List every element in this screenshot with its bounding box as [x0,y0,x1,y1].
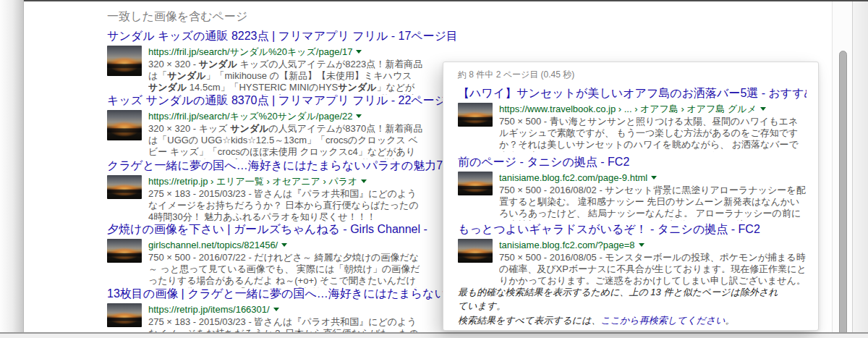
result-text-block: tanisiame.blog.fc2.com/page-9.html 750 ×… [499,172,807,221]
dropdown-arrow-icon[interactable] [356,50,362,54]
result-text-block: tanisiame.blog.fc2.com/?page=8 750 × 500… [499,239,807,288]
search-result: サンダル キッズの通販 8223点 | フリマアプリ フリル - 17ページ目 … [107,29,423,95]
sunset-silhouette-decoration [107,303,142,327]
sunset-silhouette-decoration [107,175,142,199]
sunset-silhouette-decoration [107,46,142,76]
repeat-search-line: 検索結果をすべて表示するには、ここから再検索してください。 [458,313,786,327]
result-url-line: https://retrip.jp/items/166301/ [148,303,423,316]
result-thumbnail-image[interactable] [107,239,142,263]
search-result: もっとつよいギャラドスがいるぞ！ - タニシの拠点 - FC2 tanisiam… [458,222,807,288]
result-url-line: https://fril.jp/search/サンダル%20キッズ/page/1… [148,46,423,58]
result-url: https://retrip.jp › エリア一覧 › オセアニア › パラオ [148,176,357,187]
result-url: https://retrip.jp/items/166301/ [148,304,270,315]
results-omitted-notice: 最も的確な検索結果を表示するために、上の 13 件と似たページは除外されています… [458,285,786,328]
repeat-search-prefix: 検索結果をすべて表示するには、 [458,315,600,326]
result-thumbnail-image[interactable] [107,46,142,76]
search-result: 【ハワイ】サンセットが美しいオアフ島のお洒落バー5選 - おすすめ旅行... h… [458,86,807,152]
dropdown-arrow-icon[interactable] [760,107,766,111]
result-url: girlschannel.net/topics/821456/ [148,240,278,250]
result-text-block: https://fril.jp/search/サンダル%20キッズ/page/1… [148,46,423,95]
window-edge-right [852,1,868,333]
result-snippet: 750 × 500 - 2016/08/05 - モンスターボールの投球、ポケモ… [499,252,807,288]
result-thumbnail-image[interactable] [107,110,142,140]
dropdown-arrow-icon[interactable] [361,179,367,183]
sunset-silhouette-decoration [107,110,142,140]
result-title-link[interactable]: もっとつよいギャラドスがいるぞ！ - タニシの拠点 - FC2 [458,222,807,237]
result-url-line: https://fril.jp/search/キッズ%20サンダル/page/2… [148,110,423,122]
sunset-silhouette-decoration [458,103,493,127]
result-body: https://fril.jp/search/キッズ%20サンダル/page/2… [107,110,423,159]
result-url-line: https://www.travelbook.co.jp › ... › オアフ… [499,103,807,115]
result-snippet: 750 × 500 - 2016/08/02 - サンセット背景に黒塗りアローラ… [499,185,807,221]
below-window-area [0,334,868,338]
result-url: https://fril.jp/search/キッズ%20サンダル/page/2… [148,111,352,122]
result-url: https://fril.jp/search/サンダル%20キッズ/page/1… [148,46,352,57]
window-edge-top [24,0,868,1]
dropdown-arrow-icon[interactable] [639,243,644,247]
search-result: クラゲと一緒に夢の国へ…海好きにはたまらないパラオの魅力7選 ... https… [107,159,423,223]
result-url: tanisiame.blog.fc2.com/page-9.html [499,172,647,183]
dropdown-arrow-icon[interactable] [651,176,657,179]
result-snippet: 750 × 500 - 青い海とサンサンと照りつける太陽、昼間のハワイもエネルギ… [499,116,807,152]
result-text-block: https://www.travelbook.co.jp › ... › オアフ… [499,103,807,152]
result-body: https://retrip.jp › エリア一覧 › オセアニア › パラオ … [107,175,423,223]
result-url: https://www.travelbook.co.jp › ... › オアフ… [499,103,757,114]
sunset-silhouette-decoration [458,172,493,195]
scrollbar-thumb[interactable] [839,51,847,334]
repeat-search-link[interactable]: ここから再検索してください [600,315,725,326]
result-text-block: girlschannel.net/topics/821456/ 750 × 50… [148,239,423,288]
result-snippet: 275 × 183 - 2015/03/23 - 皆さんは『パラオ共和国』にどの… [148,188,423,223]
result-url-line: girlschannel.net/topics/821456/ [148,239,423,251]
omitted-notice-text: 最も的確な検索結果を表示するために、上の 13 件と似たページは除外されています… [458,287,778,311]
result-title-link[interactable]: 【ハワイ】サンセットが美しいオアフ島のお洒落バー5選 - おすすめ旅行... [458,86,807,101]
matching-pages-heading: 一致した画像を含むページ [107,9,247,25]
result-thumbnail-image[interactable] [107,303,142,327]
search-result: 13枚目の画像 | クラゲと一緒に夢の国へ…海好きにはたまらないパラオの ...… [107,287,423,338]
dropdown-arrow-icon[interactable] [273,308,279,311]
result-body: https://www.travelbook.co.jp › ... › オアフ… [458,103,807,152]
result-url-line: tanisiame.blog.fc2.com/?page=8 [499,239,807,251]
result-title-link[interactable]: サンダル キッズの通販 8223点 | フリマアプリ フリル - 17ページ目 [107,29,423,43]
result-title-link[interactable]: 前のページ - タニシの拠点 - FC2 [458,155,807,169]
result-text-block: https://fril.jp/search/キッズ%20サンダル/page/2… [148,110,423,159]
result-thumbnail-image[interactable] [458,103,493,127]
result-thumbnail-image[interactable] [458,239,493,263]
result-body: girlschannel.net/topics/821456/ 750 × 50… [107,239,423,288]
search-result: 夕焼けの画像を下さい | ガールズちゃんねる - Girls Channel -… [107,222,423,288]
window-edge-left [0,0,24,338]
result-url-line: tanisiame.blog.fc2.com/page-9.html [499,172,807,184]
sunset-silhouette-decoration [107,239,142,263]
repeat-search-suffix: 。 [725,315,734,326]
search-result: キッズ サンダルの通販 8370点 | フリマアプリ フリル - 22ページ目 … [107,93,423,159]
result-body: tanisiame.blog.fc2.com/?page=8 750 × 500… [458,239,807,288]
result-snippet: 320 × 320 - キッズ サンダルの人気アイテムが8370点！新着商品は「… [148,123,423,159]
sunset-silhouette-decoration [458,239,493,263]
search-stats: 約 8 件中 2 ページ目 (0.45 秒) [458,69,574,81]
result-text-block: https://retrip.jp › エリア一覧 › オセアニア › パラオ … [148,175,423,223]
result-snippet: 320 × 320 - サンダル キッズの人気アイテムが8223点！新着商品は「… [148,59,423,95]
result-thumbnail-image[interactable] [107,175,142,199]
result-snippet: 750 × 500 - 2016/07/22 - だけれどさ～ 綺麗な夕焼けの画… [148,252,423,288]
dropdown-arrow-icon[interactable] [281,243,287,247]
result-thumbnail-image[interactable] [458,172,493,195]
result-title-link[interactable]: クラゲと一緒に夢の国へ…海好きにはたまらないパラオの魅力7選 ... [107,159,423,173]
result-title-link[interactable]: キッズ サンダルの通販 8370点 | フリマアプリ フリル - 22ページ目 [107,93,423,108]
result-body: https://fril.jp/search/サンダル%20キッズ/page/1… [107,46,423,95]
dropdown-arrow-icon[interactable] [356,114,362,118]
result-title-link[interactable]: 夕焼けの画像を下さい | ガールズちゃんねる - Girls Channel - [107,222,423,237]
browser-screenshot: 一致した画像を含むページ サンダル キッズの通販 8223点 | フリマアプリ … [0,0,868,338]
result-title-link[interactable]: 13枚目の画像 | クラゲと一緒に夢の国へ…海好きにはたまらないパラオの ... [107,287,423,301]
result-body: tanisiame.blog.fc2.com/page-9.html 750 ×… [458,172,807,221]
foreground-results-window: 約 8 件中 2 ページ目 (0.45 秒) 【ハワイ】サンセットが美しいオアフ… [443,62,819,331]
result-url: tanisiame.blog.fc2.com/?page=8 [499,240,635,250]
omitted-notice-line: 最も的確な検索結果を表示するために、上の 13 件と似たページは除外されています… [458,285,786,313]
search-result: 前のページ - タニシの拠点 - FC2 tanisiame.blog.fc2.… [458,155,807,221]
result-url-line: https://retrip.jp › エリア一覧 › オセアニア › パラオ [148,175,423,187]
